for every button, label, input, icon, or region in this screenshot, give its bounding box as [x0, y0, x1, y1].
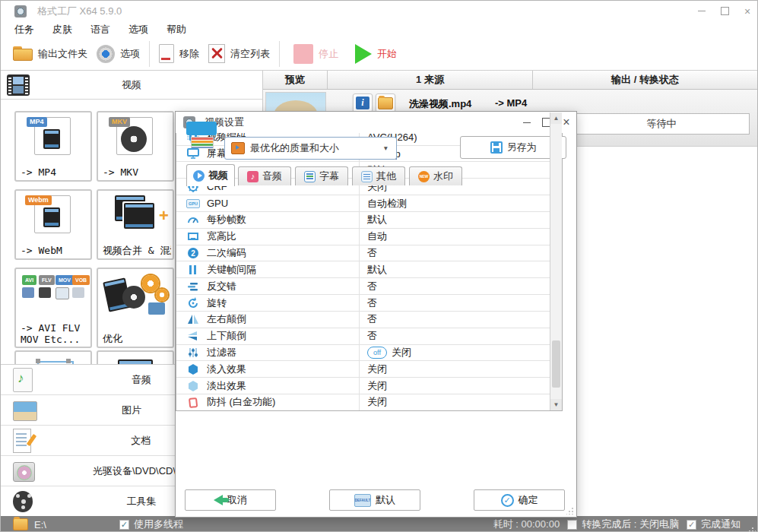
- source-filename: 洗澡视频.mp4: [409, 97, 471, 111]
- output-folder-button[interactable]: 输出文件夹: [8, 39, 92, 69]
- resize-grip[interactable]: [748, 525, 756, 532]
- document-category-icon: [13, 429, 31, 453]
- webm-badge: Webm: [25, 195, 52, 205]
- info-button[interactable]: i: [353, 93, 373, 112]
- stop-button[interactable]: 停止: [289, 39, 343, 69]
- cancel-arrow-icon: [214, 495, 223, 505]
- monitor-icon: [186, 147, 201, 160]
- default-printer-icon: DEFAULT: [354, 494, 371, 507]
- output-format: -> MP4: [495, 97, 527, 109]
- start-play-icon: [355, 44, 372, 64]
- setting-row-fps[interactable]: 每秒帧数 默认: [176, 212, 550, 229]
- tile-mkv[interactable]: MKV -> MKV: [97, 111, 174, 182]
- options-button[interactable]: 选项: [92, 39, 144, 69]
- watermark-tab-icon: NEW: [418, 171, 430, 182]
- setting-row-gpu[interactable]: GPU GPU 自动检测: [176, 195, 550, 212]
- multithread-label: 使用多线程: [134, 518, 183, 531]
- flip-vertical-icon: [186, 330, 201, 342]
- column-source[interactable]: 1 来源: [328, 71, 533, 89]
- window-title: 格式工厂 X64 5.9.0: [37, 5, 122, 18]
- scroll-down-icon[interactable]: ▼: [550, 399, 562, 410]
- ok-button[interactable]: ✓ 确定: [474, 489, 565, 511]
- setting-row-keyframe[interactable]: 关键帧间隔 默认: [176, 261, 550, 278]
- picture-category-icon: [13, 401, 37, 421]
- setting-row-rotate[interactable]: 旋转 否: [176, 295, 550, 312]
- column-output-status[interactable]: 输出 / 转换状态: [533, 71, 757, 89]
- menu-language[interactable]: 语言: [81, 23, 119, 36]
- menu-bar: 任务 皮肤 语言 选项 帮助: [1, 21, 758, 37]
- save-as-label: 另存为: [507, 141, 537, 154]
- dialog-scrollbar[interactable]: ▲ ▼: [550, 112, 562, 410]
- close-icon[interactable]: ×: [736, 3, 758, 20]
- remove-button[interactable]: 移除: [154, 39, 204, 69]
- notify-checkbox[interactable]: ✓: [687, 520, 696, 530]
- setting-row-filter[interactable]: 过滤器 off 关闭: [176, 345, 550, 362]
- stabilize-icon: [186, 396, 201, 408]
- shutdown-checkbox[interactable]: [567, 520, 577, 530]
- multithread-checkbox[interactable]: ✓: [119, 520, 129, 530]
- mp4-badge: MP4: [27, 117, 47, 127]
- tab-video[interactable]: 视频: [186, 164, 235, 186]
- setting-row-stabilize[interactable]: 防抖 (白金功能) 关闭: [176, 394, 550, 410]
- tile-label: 视频合并 & 混流: [103, 245, 171, 256]
- toolset-category-icon: [13, 491, 33, 512]
- profile-selected: 最优化的质量和大小: [250, 141, 339, 155]
- info-icon: i: [356, 97, 369, 109]
- menu-skin[interactable]: 皮肤: [43, 23, 81, 36]
- audio-category-icon: ♪: [13, 368, 33, 392]
- dialog-resize-grip[interactable]: [566, 507, 574, 515]
- default-button[interactable]: DEFAULT 默认: [329, 489, 420, 511]
- video-category-header[interactable]: 视频: [1, 71, 262, 100]
- cancel-button[interactable]: 取消: [185, 489, 276, 511]
- tile-label: -> MP4: [21, 166, 89, 178]
- elapsed-time: 耗时 : 00:00:00: [493, 518, 560, 531]
- gpu-icon: GPU: [186, 198, 201, 210]
- setting-row-fade-out[interactable]: 淡出效果 关闭: [176, 378, 550, 394]
- dialog-title-bar: 视频设置 ×: [176, 112, 576, 133]
- menu-tasks[interactable]: 任务: [5, 23, 43, 36]
- tab-audio[interactable]: ♪ 音频: [238, 166, 291, 185]
- aspect-ratio-icon: [186, 230, 201, 242]
- start-label: 开始: [377, 47, 397, 61]
- tile-optimize[interactable]: 优化: [97, 268, 174, 348]
- tab-other[interactable]: 其他: [352, 166, 405, 185]
- fps-speedometer-icon: [186, 214, 201, 226]
- toolbar: 输出文件夹 选项 移除 清空列表 停止 开始: [1, 37, 758, 71]
- setting-row-two-pass[interactable]: 2 二次编码 否: [176, 245, 550, 262]
- setting-row-flip-vertical[interactable]: 上下颠倒 否: [176, 328, 550, 345]
- start-button[interactable]: 开始: [350, 39, 401, 69]
- tile-label: 优化: [103, 333, 171, 344]
- tile-webm[interactable]: Webm -> WebM: [14, 189, 92, 260]
- queue-header: 预览 1 来源 输出 / 转换状态: [263, 71, 757, 90]
- rotate-icon: [186, 297, 201, 309]
- menu-help[interactable]: 帮助: [157, 23, 195, 36]
- column-preview[interactable]: 预览: [263, 71, 328, 89]
- maximize-icon[interactable]: [713, 3, 736, 20]
- status-text: 等待中: [647, 117, 677, 131]
- tab-subtitle[interactable]: 字幕: [295, 166, 348, 185]
- fade-out-icon: [186, 380, 201, 392]
- dialog-minimize-icon[interactable]: [517, 115, 537, 130]
- setting-row-fade-in[interactable]: 淡入效果 关闭: [176, 361, 550, 378]
- setting-row-deinterlace[interactable]: 反交错 否: [176, 278, 550, 295]
- menu-options[interactable]: 选项: [119, 23, 157, 36]
- tile-mp4[interactable]: MP4 -> MP4: [14, 111, 92, 182]
- scrollbar-thumb[interactable]: [552, 340, 560, 388]
- title-bar: 格式工厂 X64 5.9.0 ×: [1, 1, 758, 21]
- off-badge: off: [367, 347, 387, 359]
- setting-row-flip-horizontal[interactable]: 左右颠倒 否: [176, 312, 550, 328]
- options-label: 选项: [120, 47, 140, 61]
- profile-dropdown[interactable]: 最优化的质量和大小 ▼: [224, 137, 397, 160]
- filter-sliders-icon: [186, 347, 201, 359]
- options-gear-icon: [97, 45, 115, 63]
- setting-row-aspect[interactable]: 宽高比 自动: [176, 229, 550, 245]
- disc-category-icon: [13, 462, 35, 482]
- open-folder-button[interactable]: [376, 93, 395, 112]
- clear-list-button[interactable]: 清空列表: [204, 39, 274, 69]
- scroll-up-icon[interactable]: ▲: [550, 112, 562, 124]
- tile-avi-flv[interactable]: AVI FLV MOV VOB -> AVI FLV MOV Etc...: [14, 268, 92, 348]
- minimize-icon[interactable]: [690, 3, 713, 20]
- tile-video-join[interactable]: + 视频合并 & 混流: [97, 189, 174, 260]
- tab-watermark[interactable]: NEW 水印: [409, 166, 462, 185]
- toolbar-separator: [279, 41, 280, 67]
